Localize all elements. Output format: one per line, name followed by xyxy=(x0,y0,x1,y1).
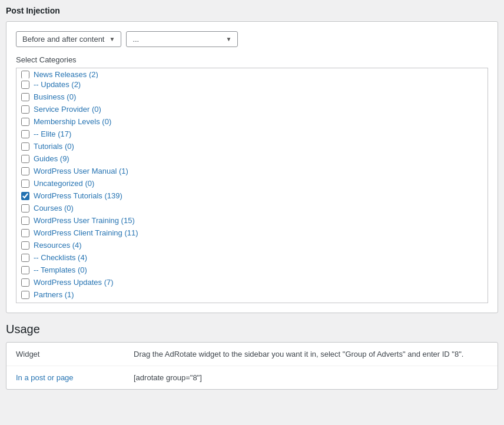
category-label[interactable]: -- Templates (0) xyxy=(34,265,87,274)
category-label[interactable]: Business (0) xyxy=(34,92,76,101)
list-item: WordPress User Training (15) xyxy=(16,214,488,227)
usage-card: WidgetDrag the AdRotate widget to the si… xyxy=(6,342,498,390)
category-label[interactable]: Courses (0) xyxy=(34,204,74,213)
category-checkbox[interactable] xyxy=(21,155,29,163)
category-label[interactable]: News Releases (2) xyxy=(34,71,98,78)
category-checkbox[interactable] xyxy=(21,204,29,213)
secondary-dropdown-label: ... xyxy=(132,35,139,44)
category-label[interactable]: WordPress Tutorials (139) xyxy=(34,191,122,200)
category-checkbox[interactable] xyxy=(21,180,29,188)
list-item: -- Checklists (4) xyxy=(16,251,488,264)
usage-row-widget-row: WidgetDrag the AdRotate widget to the si… xyxy=(6,343,498,366)
usage-row-post-page-row: In a post or page[adrotate group="8"] xyxy=(6,366,498,389)
list-item: -- Updates (2) xyxy=(16,78,488,91)
usage-row-label-link[interactable]: In a post or page xyxy=(16,373,74,382)
category-checkbox[interactable] xyxy=(21,291,29,299)
category-label[interactable]: Membership Levels (0) xyxy=(34,117,111,126)
section-title: Post Injection xyxy=(6,6,498,15)
category-label[interactable]: Uncategorized (0) xyxy=(34,179,94,188)
list-item: Business (0) xyxy=(16,91,488,103)
categories-list-container[interactable]: News Releases (2) -- Updates (2)Business… xyxy=(16,68,488,303)
list-item: WordPress Client Training (11) xyxy=(16,227,488,239)
category-label[interactable]: Guides (9) xyxy=(34,154,69,163)
list-item: WordPress Updates (7) xyxy=(16,276,488,288)
usage-row-label: In a post or page xyxy=(16,373,134,382)
category-label[interactable]: WordPress User Manual (1) xyxy=(34,167,128,175)
category-label[interactable]: WordPress User Training (15) xyxy=(34,216,135,225)
list-item: WordPress User Manual (1) xyxy=(16,165,488,177)
list-item: Tutorials (0) xyxy=(16,140,488,152)
list-item: WordPress Tutorials (139) xyxy=(16,190,488,202)
select-categories-label: Select Categories xyxy=(16,55,488,64)
dropdown-row: Before and after content ▼ ... ▼ xyxy=(16,31,488,47)
category-checkbox[interactable] xyxy=(21,303,29,304)
list-item: -- Templates (0) xyxy=(16,264,488,276)
category-label[interactable]: Service Provider (0) xyxy=(34,105,101,114)
category-checkbox[interactable] xyxy=(21,71,29,78)
secondary-dropdown[interactable]: ... ▼ xyxy=(126,31,238,47)
category-label[interactable]: -- Checklists (4) xyxy=(34,253,87,262)
page-wrapper: Post Injection Before and after content … xyxy=(0,0,504,425)
category-checkbox[interactable] xyxy=(21,229,29,237)
category-label[interactable]: WordPress Client Training (11) xyxy=(34,228,138,237)
list-item: Resources (4) xyxy=(16,239,488,251)
usage-row-value: [adrotate group="8"] xyxy=(134,373,488,382)
list-item: Service Provider (0) xyxy=(16,103,488,115)
category-checkbox[interactable] xyxy=(21,266,29,274)
chevron-down-icon-2: ▼ xyxy=(226,36,231,42)
usage-row-value: Drag the AdRotate widget to the sidebar … xyxy=(134,350,488,358)
category-checkbox[interactable] xyxy=(21,142,29,151)
category-checkbox[interactable] xyxy=(21,118,29,126)
category-label[interactable]: Resources (4) xyxy=(34,241,82,250)
chevron-down-icon: ▼ xyxy=(109,36,115,42)
category-label[interactable]: Video Training Pack (10) xyxy=(34,303,117,303)
category-checkbox[interactable] xyxy=(21,105,29,114)
category-checkbox[interactable] xyxy=(21,254,29,262)
category-checkbox[interactable] xyxy=(21,217,29,225)
category-checkbox[interactable] xyxy=(21,81,29,89)
category-checkbox[interactable] xyxy=(21,241,29,250)
category-label[interactable]: Tutorials (0) xyxy=(34,142,74,151)
list-item: Courses (0) xyxy=(16,202,488,214)
post-injection-card: Before and after content ▼ ... ▼ Select … xyxy=(6,21,498,313)
usage-title: Usage xyxy=(6,323,498,336)
usage-row-label: Widget xyxy=(16,350,134,358)
category-label[interactable]: Partners (1) xyxy=(34,290,74,299)
before-after-dropdown[interactable]: Before and after content ▼ xyxy=(16,31,121,47)
list-item: Guides (9) xyxy=(16,152,488,165)
category-checkbox[interactable] xyxy=(21,278,29,287)
list-item: -- Elite (17) xyxy=(16,128,488,140)
before-after-dropdown-label: Before and after content xyxy=(22,35,104,44)
category-checkbox[interactable] xyxy=(21,167,29,175)
list-item: Uncategorized (0) xyxy=(16,177,488,190)
category-label[interactable]: -- Updates (2) xyxy=(34,80,81,89)
category-label[interactable]: WordPress Updates (7) xyxy=(34,278,114,287)
categories-list: News Releases (2) -- Updates (2)Business… xyxy=(16,68,488,303)
category-checkbox[interactable] xyxy=(21,93,29,101)
list-item: News Releases (2) xyxy=(16,71,488,78)
list-item: Membership Levels (0) xyxy=(16,115,488,128)
list-item: Video Training Pack (10) xyxy=(16,301,488,303)
category-checkbox[interactable] xyxy=(21,192,29,200)
list-item: Partners (1) xyxy=(16,288,488,301)
category-checkbox[interactable] xyxy=(21,130,29,138)
category-label[interactable]: -- Elite (17) xyxy=(34,130,71,138)
